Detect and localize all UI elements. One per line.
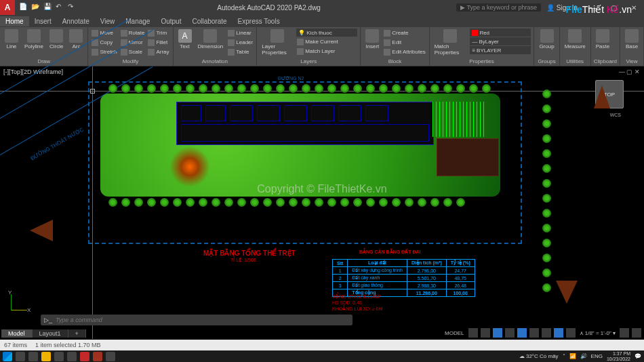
qat-new-icon[interactable]: 📄 xyxy=(19,3,28,12)
search-icon[interactable] xyxy=(16,352,25,361)
insert-button[interactable]: Insert xyxy=(363,28,381,50)
snap-toggle[interactable] xyxy=(481,328,490,338)
osnap-toggle[interactable] xyxy=(517,328,527,338)
status-model[interactable]: MODEL xyxy=(443,330,465,336)
item-count: 67 items xyxy=(4,342,27,348)
command-prompt-icon: ▷_ xyxy=(41,317,56,323)
circle-button[interactable]: Circle xyxy=(47,28,65,50)
add-layout-button[interactable]: + xyxy=(68,329,86,338)
tab-home[interactable]: Home xyxy=(0,16,29,26)
autocad-icon[interactable] xyxy=(80,352,89,361)
th: Tỷ lệ (%) xyxy=(446,260,475,267)
layout-tabs: Model Layout1 + xyxy=(1,329,86,338)
command-input[interactable] xyxy=(56,317,353,323)
edit-attributes-button[interactable]: Edit Attributes xyxy=(383,47,426,56)
scale-button[interactable]: Scale xyxy=(120,47,146,56)
ribbon-tabs: Home Insert Annotate View Manage Output … xyxy=(0,15,644,27)
polyline-button[interactable]: Polyline xyxy=(22,28,45,50)
table-button[interactable]: Table xyxy=(227,47,254,56)
weather-widget[interactable]: ☁ 32°C Có mây xyxy=(519,353,559,359)
tab-express[interactable]: Express Tools xyxy=(233,16,285,26)
network-icon[interactable]: 📶 xyxy=(569,353,576,359)
arc-button[interactable]: Arc xyxy=(67,28,85,50)
volume-icon[interactable]: 🔊 xyxy=(580,353,587,359)
app-icon[interactable] xyxy=(106,352,115,361)
panel-groups: Group Groups xyxy=(534,27,559,66)
panel-title: Draw xyxy=(3,58,85,64)
task-view-icon[interactable] xyxy=(28,352,38,361)
command-line[interactable]: ▷_ xyxy=(41,315,353,325)
line-button[interactable]: Line xyxy=(3,28,20,50)
notifications-icon[interactable]: 💬 xyxy=(635,353,641,359)
ucs-icon[interactable]: XY xyxy=(7,291,30,315)
match-properties-button[interactable]: Match Properties xyxy=(432,28,468,56)
current-layer-dropdown[interactable]: 💡Kich thuoc xyxy=(296,28,357,37)
qp-toggle[interactable] xyxy=(566,328,576,338)
leader-button[interactable]: Leader xyxy=(227,38,254,47)
ribbon: Line Polyline Circle Arc Draw Move Copy … xyxy=(0,27,644,66)
anno-scale[interactable]: ⋏ 1/8" = 1'-0" ▾ xyxy=(578,330,617,336)
group-button[interactable]: Group xyxy=(537,28,556,50)
panel-title: Clipboard xyxy=(594,58,617,64)
qat-open-icon[interactable]: 📂 xyxy=(31,3,41,12)
lineweight-dropdown[interactable]: ≡BYLAYER xyxy=(470,46,531,54)
circle-plaza xyxy=(169,146,210,187)
text-button[interactable]: AText xyxy=(176,28,194,50)
tree-row-bottom xyxy=(108,198,465,207)
linear-button[interactable]: Linear xyxy=(227,28,254,37)
explorer-icon[interactable] xyxy=(41,352,51,361)
panel-block: Insert Create Edit Edit Attributes Block xyxy=(361,27,429,66)
tree-row-top xyxy=(108,84,491,93)
tab-model[interactable]: Model xyxy=(1,329,33,338)
dimension-button[interactable]: Dimension xyxy=(196,28,226,50)
grid-toggle[interactable] xyxy=(468,328,478,338)
tab-view[interactable]: View xyxy=(95,16,121,26)
settings-icon[interactable] xyxy=(67,352,77,361)
tab-output[interactable]: Output xyxy=(155,16,186,26)
linetype-dropdown[interactable]: —ByLayer xyxy=(470,37,531,45)
dyn-toggle[interactable] xyxy=(554,328,563,338)
workspace-switch[interactable] xyxy=(620,328,629,338)
color-dropdown[interactable]: Red xyxy=(470,28,531,37)
paste-button[interactable]: Paste xyxy=(594,28,611,50)
create-block-button[interactable]: Create xyxy=(383,28,426,37)
panel-title: View xyxy=(623,58,641,64)
parking-area xyxy=(432,102,484,137)
view-controls[interactable]: — ▢ ✕ xyxy=(619,68,640,75)
wcs-label[interactable]: WCS xyxy=(610,113,621,117)
base-button[interactable]: Base xyxy=(623,28,641,50)
fillet-button[interactable]: Fillet xyxy=(147,38,169,47)
qat-redo-icon[interactable]: ↷ xyxy=(68,3,77,12)
edit-block-button[interactable]: Edit xyxy=(383,38,426,47)
drawing-viewport[interactable]: [-][Top][2D Wireframe] — ▢ ✕ TOP WCS ĐƯỜ… xyxy=(0,66,644,339)
tab-annotate[interactable]: Annotate xyxy=(57,16,95,26)
system-clock[interactable]: 1:37 PM10/23/2022 xyxy=(607,351,630,362)
tab-layout1[interactable]: Layout1 xyxy=(33,329,68,338)
measure-button[interactable]: Measure xyxy=(563,28,588,50)
qat-undo-icon[interactable]: ↶ xyxy=(56,3,65,12)
otrack-toggle[interactable] xyxy=(529,328,539,338)
tray-chevron-icon[interactable]: ˄ xyxy=(563,353,565,359)
table-title: BẢNG CÂN BẰNG ĐẤT ĐAI xyxy=(359,249,420,255)
tab-collaborate[interactable]: Collaborate xyxy=(186,16,232,26)
match-layer-button[interactable]: Match Layer xyxy=(296,47,357,56)
clean-screen[interactable] xyxy=(632,328,641,338)
trim-button[interactable]: Trim xyxy=(147,28,169,37)
make-current-button[interactable]: Make Current xyxy=(296,37,357,46)
start-button[interactable] xyxy=(3,352,12,361)
ortho-toggle[interactable] xyxy=(493,328,502,338)
building-block xyxy=(176,102,434,145)
titlebar: A 📄 📂 💾 ↶ ↷ Autodesk AutoCAD 2020 PA2.dw… xyxy=(0,0,644,15)
keyword-search[interactable]: ▶ Type a keyword or phrase xyxy=(456,3,541,12)
app-logo[interactable]: A xyxy=(0,0,15,15)
language-indicator[interactable]: ENG xyxy=(591,353,603,359)
tab-insert[interactable]: Insert xyxy=(29,16,57,26)
array-button[interactable]: Array xyxy=(147,47,169,56)
drawing-scale: TỈ LỆ: 1/500 xyxy=(230,258,256,263)
polar-toggle[interactable] xyxy=(505,328,515,338)
chrome-icon[interactable] xyxy=(54,352,64,361)
layer-properties-button[interactable]: Layer Properties xyxy=(260,28,294,56)
qat-save-icon[interactable]: 💾 xyxy=(43,3,53,12)
lwt-toggle[interactable] xyxy=(542,328,551,338)
sketchup-icon[interactable] xyxy=(93,352,102,361)
